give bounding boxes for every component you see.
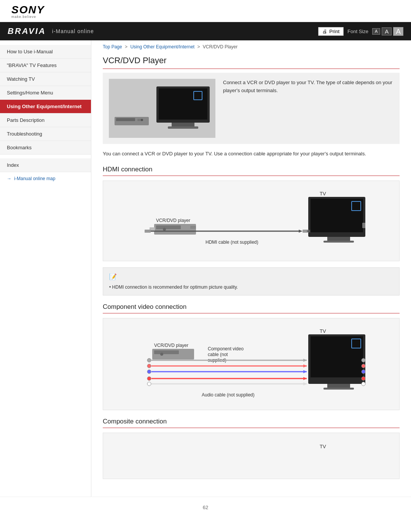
svg-point-36	[362, 370, 365, 374]
sony-logo: SONY make.believe	[11, 5, 400, 19]
svg-rect-6	[116, 118, 135, 121]
page-title: VCR/DVD Player	[103, 56, 400, 69]
svg-marker-60	[303, 382, 307, 385]
component-diagram-svg: TV VCR/DVD player	[133, 326, 369, 402]
svg-rect-12	[327, 237, 350, 241]
svg-marker-56	[303, 370, 307, 373]
content-area: VCR/DVD Player	[91, 52, 411, 497]
svg-point-46	[147, 358, 151, 362]
svg-rect-20	[190, 226, 196, 229]
header: SONY make.believe	[0, 0, 411, 22]
sidebar-map-link[interactable]: → i-Manual online map	[0, 172, 91, 185]
svg-text:TV: TV	[320, 444, 326, 449]
svg-text:VCR/DVD player: VCR/DVD player	[154, 343, 188, 348]
svg-rect-32	[323, 388, 354, 390]
svg-text:cable (not: cable (not	[208, 352, 228, 357]
breadcrumb: Top Page > Using Other Equipment/Interne…	[91, 40, 411, 52]
svg-rect-41	[154, 350, 179, 354]
hdmi-note-box: 📝 • HDMI connection is recommended for o…	[103, 267, 400, 296]
sony-logo-text: SONY	[11, 5, 400, 15]
svg-point-34	[362, 358, 365, 362]
note-text: • HDMI connection is recommended for opt…	[109, 284, 238, 290]
svg-point-19	[163, 228, 166, 231]
sidebar-item-troubleshooting[interactable]: Troubleshooting	[0, 127, 91, 141]
page-footer: 62	[0, 497, 411, 518]
font-size-controls: A A A	[372, 27, 403, 36]
sidebar-item-bookmarks[interactable]: Bookmarks	[0, 141, 91, 155]
navbar-left: BRAVIA i-Manual online	[8, 26, 94, 36]
svg-marker-24	[299, 230, 303, 233]
hdmi-diagram-svg: TV VCR/DVD player	[133, 189, 369, 253]
svg-rect-22	[145, 230, 151, 233]
svg-point-50	[147, 382, 151, 386]
svg-text:Audio cable (not supplied): Audio cable (not supplied)	[202, 392, 255, 398]
svg-marker-54	[303, 364, 307, 367]
svg-point-47	[147, 364, 151, 368]
breadcrumb-current: VCR/DVD Player	[203, 44, 237, 50]
navbar: BRAVIA i-Manual online 🖨 Print Font Size…	[0, 22, 411, 40]
intro-illustration-svg	[111, 81, 213, 136]
main-layout: How to Use i-Manual "BRAVIA" TV Features…	[0, 40, 411, 497]
navbar-title: i-Manual online	[52, 28, 94, 34]
svg-rect-1	[159, 88, 207, 120]
svg-rect-2	[172, 123, 194, 126]
svg-rect-3	[168, 126, 198, 129]
component-diagram: TV VCR/DVD player	[103, 318, 400, 410]
hdmi-diagram: TV VCR/DVD player	[103, 181, 400, 261]
svg-text:Component video: Component video	[208, 346, 244, 351]
svg-point-42	[160, 353, 163, 356]
svg-rect-30	[311, 336, 363, 377]
intro-section: Connect a VCR or DVD player to your TV. …	[103, 73, 400, 144]
body-text: You can connect a VCR or DVD player to y…	[103, 150, 400, 158]
sidebar-item-settings[interactable]: Settings/Home Menu	[0, 86, 91, 100]
font-size-medium-button[interactable]: A	[382, 27, 392, 35]
intro-image	[109, 79, 215, 138]
svg-text:TV: TV	[320, 191, 326, 197]
svg-rect-15	[362, 223, 365, 228]
svg-text:TV: TV	[320, 328, 326, 334]
svg-rect-31	[327, 384, 350, 388]
svg-text:VCR/DVD player: VCR/DVD player	[156, 218, 190, 223]
svg-point-48	[147, 370, 151, 374]
font-size-small-button[interactable]: A	[372, 28, 380, 35]
section-title-component: Component video connection	[103, 303, 400, 313]
font-size-large-button[interactable]: A	[393, 27, 403, 36]
svg-point-49	[147, 377, 151, 380]
map-link-label: i-Manual online map	[14, 176, 55, 181]
print-button[interactable]: 🖨 Print	[318, 27, 344, 36]
svg-rect-13	[323, 241, 354, 243]
svg-point-35	[362, 364, 365, 368]
page-number: 62	[203, 505, 208, 510]
svg-point-8	[141, 119, 143, 121]
section-title-hdmi: HDMI connection	[103, 166, 400, 176]
svg-marker-58	[303, 377, 307, 380]
svg-point-37	[362, 377, 365, 380]
section-title-composite: Composite connection	[103, 418, 400, 428]
navbar-right: 🖨 Print Font Size A A A	[318, 27, 403, 36]
sidebar-item-watching-tv[interactable]: Watching TV	[0, 72, 91, 86]
svg-rect-18	[156, 225, 181, 229]
bravia-logo: BRAVIA	[8, 26, 46, 36]
breadcrumb-using-other[interactable]: Using Other Equipment/Internet	[130, 44, 194, 50]
note-icon: 📝	[109, 272, 393, 281]
arrow-icon: →	[7, 176, 11, 181]
breadcrumb-sep-1: >	[125, 44, 129, 50]
sidebar: How to Use i-Manual "BRAVIA" TV Features…	[0, 40, 91, 497]
font-size-label: Font Size	[347, 29, 368, 34]
sidebar-item-bravia-features[interactable]: "BRAVIA" TV Features	[0, 59, 91, 72]
composite-diagram-svg: TV	[133, 441, 369, 471]
sidebar-item-how-to-use[interactable]: How to Use i-Manual	[0, 45, 91, 59]
sidebar-item-parts[interactable]: Parts Description	[0, 113, 91, 127]
svg-rect-11	[311, 199, 363, 232]
breadcrumb-top[interactable]: Top Page	[103, 44, 122, 50]
sidebar-item-index[interactable]: Index	[0, 158, 91, 172]
composite-diagram: TV	[103, 433, 400, 479]
svg-marker-52	[303, 359, 307, 362]
printer-icon: 🖨	[322, 29, 327, 34]
sidebar-item-using-other[interactable]: Using Other Equipment/Internet	[0, 100, 91, 113]
intro-text: Connect a VCR or DVD player to your TV. …	[223, 79, 393, 138]
print-label: Print	[329, 29, 339, 34]
sony-tagline: make.believe	[11, 15, 400, 19]
svg-text:HDMI cable (not supplied): HDMI cable (not supplied)	[206, 240, 258, 245]
svg-point-38	[362, 382, 365, 386]
